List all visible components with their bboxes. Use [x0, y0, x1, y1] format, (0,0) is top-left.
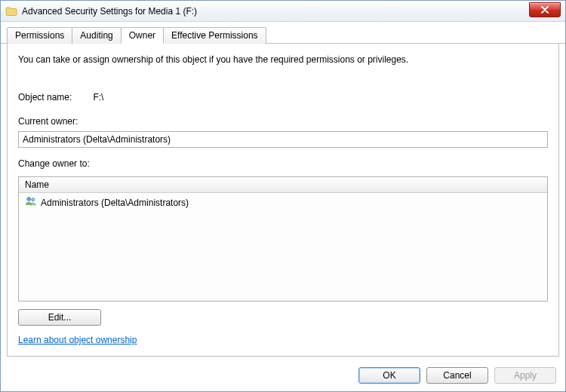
titlebar: Advanced Security Settings for Media 1 (…: [1, 1, 565, 22]
object-name-value: F:\: [93, 92, 103, 103]
close-button[interactable]: [529, 2, 561, 17]
tab-effective-permissions[interactable]: Effective Permissions: [163, 27, 266, 44]
dialog-window: Advanced Security Settings for Media 1 (…: [0, 0, 566, 392]
owner-candidates-list[interactable]: Name Administrators (Delta\Administrator…: [18, 176, 548, 302]
owner-panel: You can take or assign ownership of this…: [7, 44, 559, 357]
apply-button[interactable]: Apply: [494, 367, 556, 384]
owner-list-body: Administrators (Delta\Administrators): [19, 193, 547, 301]
change-owner-label: Change owner to:: [18, 158, 548, 169]
edit-button[interactable]: Edit...: [18, 309, 101, 326]
tab-auditing[interactable]: Auditing: [72, 27, 121, 44]
learn-link[interactable]: Learn about object ownership: [18, 335, 548, 345]
list-item[interactable]: Administrators (Delta\Administrators): [19, 193, 547, 212]
close-icon: [540, 6, 549, 14]
window-title: Advanced Security Settings for Media 1 (…: [22, 6, 197, 17]
object-name-label: Object name:: [18, 92, 72, 103]
svg-point-0: [27, 198, 31, 201]
tab-permissions[interactable]: Permissions: [7, 27, 72, 44]
tabstrip: Permissions Auditing Owner Effective Per…: [1, 22, 565, 44]
ok-button[interactable]: OK: [358, 367, 420, 384]
svg-point-1: [32, 198, 35, 201]
tab-owner[interactable]: Owner: [121, 27, 164, 44]
cancel-button[interactable]: Cancel: [426, 367, 488, 384]
users-icon: [25, 195, 37, 210]
current-owner-label: Current owner:: [18, 116, 548, 127]
folder-icon: [5, 5, 17, 17]
list-item-label: Administrators (Delta\Administrators): [41, 198, 189, 208]
intro-text: You can take or assign ownership of this…: [18, 54, 548, 65]
list-column-name[interactable]: Name: [19, 177, 547, 193]
current-owner-field[interactable]: [18, 131, 548, 148]
dialog-button-row: OK Cancel Apply: [1, 363, 565, 391]
